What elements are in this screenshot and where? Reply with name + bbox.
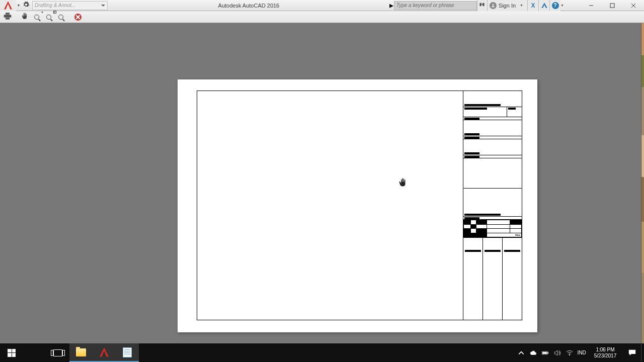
svg-rect-4 [548,352,548,353]
svg-rect-3 [543,352,547,354]
magnifier-icon [58,15,63,20]
right-edge-strip [641,23,644,343]
workspace-selector[interactable]: Drafting & Annot... [32,1,108,10]
drawing-border: SKALA [197,90,522,320]
zoom-previous-button[interactable]: ↶ [55,12,66,22]
qat-customize-button[interactable] [21,0,31,11]
help-dropdown-icon[interactable]: ▼ [560,4,566,7]
battery-icon [542,349,549,356]
window-close-button[interactable] [623,0,644,11]
a360-icon [541,2,548,9]
search-expand-icon[interactable]: ▸ [389,0,394,11]
help-icon: ? [552,2,559,9]
zoom-in-button[interactable]: + [31,12,42,22]
system-tray: IND 1:06 PM 5/23/2017 [515,343,644,362]
window-title: Autodesk AutoCAD 2016 [109,3,389,9]
hand-icon [21,13,28,22]
tray-onedrive-icon[interactable] [527,343,539,362]
task-view-button[interactable] [46,343,69,362]
paper-sheet: SKALA [178,79,537,332]
magnifier-icon [34,15,39,20]
sign-in-label: Sign In [499,3,516,9]
tray-volume-icon[interactable] [551,343,564,362]
tray-date: 5/23/2017 [594,353,617,359]
infocenter-search-input[interactable]: Type a keyword or phrase [394,1,477,10]
notification-icon [628,349,636,356]
maximize-icon [610,3,615,8]
speaker-icon [554,349,561,356]
sign-in-button[interactable]: Sign In ▼ [487,0,527,11]
tray-battery-icon[interactable] [539,343,551,362]
wifi-icon [566,349,573,356]
plot-preview-viewport[interactable]: SKALA [0,23,644,343]
scale-label: SKALA [515,234,520,236]
minimize-icon [589,3,594,8]
tray-language-indicator[interactable]: IND [576,343,588,362]
printer-icon [4,13,12,22]
close-icon [631,3,636,8]
gear-icon [23,1,30,10]
user-avatar-icon [490,2,497,9]
windows-taskbar: IND 1:06 PM 5/23/2017 [0,343,644,362]
plot-button[interactable] [2,12,13,22]
autocad-taskbar-button[interactable] [93,343,116,362]
close-circle-icon [74,14,82,21]
tray-time: 1:06 PM [596,347,614,353]
zoom-window-button[interactable] [43,12,54,22]
exchange-apps-button[interactable]: X [527,0,538,11]
app-menu-button[interactable] [0,0,16,11]
pan-tool-button[interactable] [19,12,30,22]
task-view-icon [53,349,62,356]
preview-toolbar: + ↶ [0,11,644,23]
autodesk-360-button[interactable] [538,0,549,11]
help-button[interactable]: ? [549,0,560,11]
chevron-up-icon [518,349,525,356]
revision-grid: SKALA [463,220,522,238]
pan-cursor-icon [398,178,408,187]
svg-point-5 [569,354,570,355]
app-menu-dropdown-icon[interactable]: ▼ [16,4,21,7]
title-bar: ▼ Drafting & Annot... Autodesk AutoCAD 2… [0,0,644,11]
start-button[interactable] [0,343,23,362]
autocad-logo-icon [4,2,12,10]
title-block: SKALA [463,91,522,320]
tray-overflow-button[interactable] [515,343,527,362]
action-center-button[interactable] [623,349,641,356]
chevron-down-icon: ▼ [520,4,523,7]
back-badge-icon: ↶ [53,10,57,15]
titlebar-right-cluster: ▸ Type a keyword or phrase Sign In ▼ X ?… [389,0,644,11]
infocenter-search-button[interactable] [477,0,487,11]
windows-logo-icon [8,349,16,357]
magnifier-icon [46,15,51,20]
window-minimize-button[interactable] [581,0,602,11]
autocad-icon [99,347,109,357]
cortana-search-button[interactable] [23,343,46,362]
show-desktop-button[interactable] [641,343,644,362]
folder-icon [76,348,86,356]
notepad-icon [123,347,132,357]
file-explorer-taskbar-button[interactable] [69,343,93,362]
notepad-taskbar-button[interactable] [116,343,139,362]
cloud-icon [530,349,537,356]
window-maximize-button[interactable] [602,0,623,11]
svg-rect-0 [610,4,614,8]
tray-clock[interactable]: 1:06 PM 5/23/2017 [588,347,623,359]
tray-network-icon[interactable] [564,343,576,362]
binoculars-icon [478,1,486,10]
close-preview-button[interactable] [72,12,84,22]
exchange-x-icon: X [531,2,535,9]
